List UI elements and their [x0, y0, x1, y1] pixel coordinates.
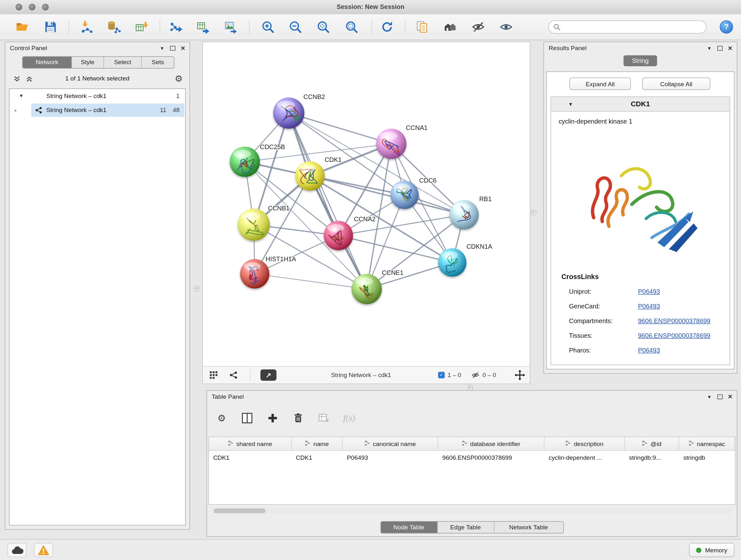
open-view-button[interactable]: ↗ — [260, 369, 276, 381]
window-title: Session: New Session — [0, 0, 741, 14]
zoom-selected-button[interactable] — [341, 17, 362, 37]
column-type-icon — [642, 440, 648, 447]
column-header-namespac[interactable]: namespac — [679, 437, 735, 450]
add-row-icon[interactable] — [266, 411, 280, 425]
network-edge[interactable] — [338, 236, 452, 262]
table-cell[interactable]: stringdb — [679, 454, 735, 461]
tab-edge-table[interactable]: Edge Table — [437, 522, 494, 533]
export-table-button[interactable] — [193, 17, 213, 37]
network-collection-row[interactable]: ▼ String Network – cdk1 1 — [10, 89, 185, 103]
selected-checkbox-icon[interactable]: ✓ — [438, 372, 445, 378]
status-bar: Memory — [0, 539, 741, 560]
column-header-canonical-name[interactable]: canonical name — [343, 437, 438, 450]
add-column-icon[interactable] — [240, 411, 254, 425]
protein-section-header[interactable]: ▼ CDK1 — [551, 97, 730, 112]
table-horizontal-scrollbar[interactable] — [212, 508, 732, 514]
warning-button[interactable] — [34, 543, 53, 557]
scrollbar-thumb[interactable] — [213, 509, 266, 513]
column-header-shared-name[interactable]: shared name — [209, 437, 292, 450]
export-network-button[interactable] — [165, 17, 186, 37]
crosslink-value-link[interactable]: P06493 — [638, 347, 660, 354]
memory-button[interactable]: Memory — [689, 543, 734, 557]
table-cell[interactable]: CDK1 — [209, 454, 292, 461]
network-node-ccna1[interactable]: CCNA1 — [376, 124, 428, 159]
table-cell[interactable]: stringdb:9... — [625, 454, 679, 461]
crosslink-value-link[interactable]: P06493 — [638, 303, 660, 310]
home-neighbors-button[interactable] — [440, 17, 461, 37]
panel-menu-icon[interactable]: ▾ — [706, 44, 712, 53]
apply-layout-button[interactable] — [377, 17, 397, 37]
splitter-handle[interactable] — [468, 385, 473, 391]
delete-row-icon[interactable] — [291, 411, 305, 425]
panel-menu-icon[interactable]: ▾ — [706, 393, 712, 401]
hide-graphics-button[interactable] — [468, 17, 488, 37]
table-cell[interactable]: cyclin-dependent ... — [544, 454, 625, 461]
table-cell[interactable]: P06493 — [343, 454, 438, 461]
collapse-all-button[interactable]: Collapse All — [643, 78, 711, 90]
crosslink-value-link[interactable]: P06493 — [638, 288, 660, 295]
hidden-eye-icon[interactable] — [471, 371, 480, 379]
network-share-icon[interactable] — [229, 371, 238, 379]
collapse-all-networks-icon[interactable] — [12, 74, 22, 84]
network-node-ccnb2[interactable]: CCNB2 — [273, 93, 325, 129]
tab-network-table[interactable]: Network Table — [494, 522, 563, 533]
cloud-button[interactable] — [8, 543, 26, 557]
zoom-out-button[interactable] — [285, 17, 306, 37]
birdseye-grid-icon[interactable] — [209, 371, 218, 379]
gear-icon[interactable]: ⚙ — [173, 72, 185, 85]
search-input[interactable] — [564, 23, 701, 31]
network-edge[interactable] — [310, 176, 464, 214]
tree-expander-icon[interactable]: ▼ — [19, 93, 23, 98]
expand-all-button[interactable]: Expand All — [569, 78, 631, 90]
show-graphics-button[interactable] — [495, 17, 516, 37]
tab-style[interactable]: Style — [72, 57, 104, 68]
network-node-cdc6[interactable]: CDC6 — [390, 177, 436, 209]
tab-network[interactable]: Network — [23, 57, 72, 68]
panel-float-icon[interactable] — [170, 44, 176, 53]
table-row[interactable]: CDK1CDK1P064939606.ENSP00000378699cyclin… — [209, 451, 735, 464]
tab-node-table[interactable]: Node Table — [381, 522, 437, 533]
import-table-button[interactable] — [131, 17, 152, 37]
network-canvas[interactable]: CCNB2CCNA1CDC25BCDK1CDC6RB1CCNB1CCNA2CDK… — [203, 42, 530, 367]
network-node-hist1h1a[interactable]: HIST1H1A — [240, 255, 296, 289]
network-node-ccnb1[interactable]: CCNB1 — [238, 205, 290, 241]
zoom-in-button[interactable] — [258, 17, 278, 37]
panel-close-icon[interactable]: × — [180, 44, 186, 53]
column-header-database-identifier[interactable]: database identifier — [438, 437, 544, 450]
tab-sets[interactable]: Sets — [142, 57, 174, 68]
panel-float-icon[interactable] — [717, 44, 723, 53]
network-edge[interactable] — [289, 113, 391, 144]
column-header--id[interactable]: @id — [625, 437, 679, 450]
network-row-selected[interactable]: ● String Network – cdk1 11 48 — [10, 103, 185, 117]
splitter-handle[interactable] — [531, 209, 536, 215]
panel-close-icon[interactable]: × — [727, 393, 733, 401]
network-edge[interactable] — [289, 113, 367, 289]
table-cell[interactable]: 9606.ENSP00000378699 — [438, 454, 544, 461]
column-header-description[interactable]: description — [544, 437, 625, 450]
save-session-button[interactable] — [40, 17, 61, 37]
pan-move-icon[interactable] — [515, 370, 525, 380]
network-node-cdk1[interactable]: CDK1 — [295, 156, 342, 191]
duplicate-document-button[interactable] — [412, 17, 432, 37]
crosslink-value-link[interactable]: 9606.ENSP00000378699 — [638, 317, 711, 324]
network-node-rb1[interactable]: RB1 — [449, 195, 491, 230]
import-network-file-button[interactable] — [76, 17, 97, 37]
help-button[interactable]: ? — [720, 20, 733, 34]
tab-string[interactable]: String — [623, 55, 657, 66]
panel-menu-icon[interactable]: ▾ — [159, 44, 165, 53]
table-cell[interactable]: CDK1 — [292, 454, 343, 461]
panel-float-icon[interactable] — [717, 393, 723, 401]
crosslink-value-link[interactable]: 9606.ENSP00000378699 — [638, 332, 711, 339]
import-network-database-button[interactable] — [104, 17, 124, 37]
panel-close-icon[interactable]: × — [727, 44, 733, 53]
zoom-fit-button[interactable] — [313, 17, 333, 37]
sphere-gloss — [441, 252, 458, 259]
gear-icon[interactable]: ⚙ — [214, 411, 228, 425]
splitter-handle[interactable] — [194, 286, 200, 292]
export-image-button[interactable] — [221, 17, 242, 37]
column-header-name[interactable]: name — [292, 437, 343, 450]
network-edge[interactable] — [255, 274, 367, 289]
tab-select[interactable]: Select — [104, 57, 142, 68]
network-node-cdkn1a[interactable]: CDKN1A — [438, 243, 493, 276]
open-session-button[interactable] — [12, 17, 32, 37]
